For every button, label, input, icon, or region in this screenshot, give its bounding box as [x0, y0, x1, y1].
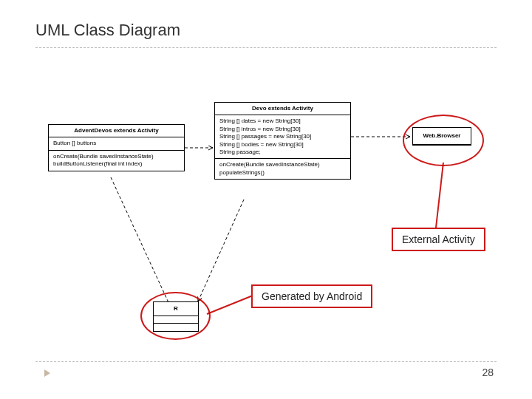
- connector-lines: [0, 0, 532, 399]
- uml-op: buildButtonListener(final int index): [53, 160, 180, 168]
- title-divider: [35, 47, 497, 48]
- footer-divider: [35, 361, 497, 362]
- uml-attr: Button [] buttons: [53, 140, 180, 147]
- uml-op: onCreate(Bundle savedInstanceState): [53, 153, 180, 160]
- uml-class-devo: Devo extends Activity String [] dates = …: [214, 102, 351, 180]
- uml-attributes-empty: [154, 316, 198, 324]
- uml-class-name: Web.Browser: [413, 128, 471, 145]
- uml-attr: String [] passages = new String[30]: [219, 133, 346, 140]
- uml-operations: onCreate(Bundle savedInstanceState) popu…: [215, 159, 350, 179]
- uml-class-name: Devo extends Activity: [215, 103, 350, 115]
- callout-external-activity: External Activity: [392, 228, 485, 251]
- callout-generated-android: Generated by Android: [251, 284, 372, 308]
- uml-attr: String [] intros = new String[30]: [219, 126, 346, 133]
- svg-line-2: [111, 177, 171, 309]
- uml-attr: String [] bodies = new String[30]: [219, 141, 346, 149]
- uml-class-name: AdventDevos extends Activity: [49, 125, 184, 137]
- uml-attr: String passage;: [219, 149, 346, 156]
- uml-attr: String [] dates = new String[30]: [219, 117, 346, 125]
- uml-op: populateStrings(): [219, 169, 346, 177]
- uml-attributes: String [] dates = new String[30] String …: [215, 115, 350, 159]
- uml-class-webbrowser: Web.Browser: [412, 127, 471, 146]
- page-number: 28: [482, 366, 494, 378]
- uml-operations: onCreate(Bundle savedInstanceState) buil…: [49, 151, 184, 171]
- uml-class-adventdevos: AdventDevos extends Activity Button [] b…: [48, 124, 185, 171]
- uml-class-name: R: [154, 302, 198, 316]
- uml-operations-empty: [154, 324, 198, 331]
- svg-line-5: [207, 296, 253, 314]
- page-title: UML Class Diagram: [35, 21, 180, 40]
- svg-line-4: [436, 163, 443, 228]
- uml-class-r: R: [153, 301, 199, 332]
- footer-marker-icon: [44, 369, 50, 377]
- uml-attributes: Button [] buttons: [49, 137, 184, 150]
- uml-op: onCreate(Bundle savedInstanceState): [219, 161, 346, 168]
- svg-line-3: [198, 200, 244, 301]
